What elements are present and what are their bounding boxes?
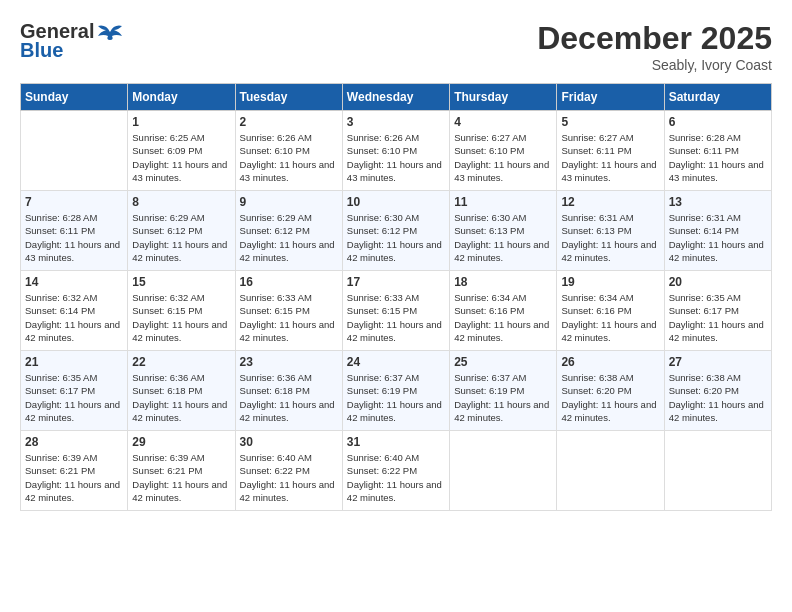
day-number: 2 [240, 115, 338, 129]
day-info: Sunrise: 6:31 AMSunset: 6:13 PMDaylight:… [561, 211, 659, 264]
day-number: 12 [561, 195, 659, 209]
calendar-cell: 25Sunrise: 6:37 AMSunset: 6:19 PMDayligh… [450, 351, 557, 431]
calendar-week-row: 21Sunrise: 6:35 AMSunset: 6:17 PMDayligh… [21, 351, 772, 431]
day-info: Sunrise: 6:26 AMSunset: 6:10 PMDaylight:… [347, 131, 445, 184]
day-number: 14 [25, 275, 123, 289]
day-number: 8 [132, 195, 230, 209]
day-number: 3 [347, 115, 445, 129]
day-info: Sunrise: 6:25 AMSunset: 6:09 PMDaylight:… [132, 131, 230, 184]
day-number: 31 [347, 435, 445, 449]
day-number: 20 [669, 275, 767, 289]
day-info: Sunrise: 6:35 AMSunset: 6:17 PMDaylight:… [25, 371, 123, 424]
day-info: Sunrise: 6:40 AMSunset: 6:22 PMDaylight:… [347, 451, 445, 504]
day-info: Sunrise: 6:31 AMSunset: 6:14 PMDaylight:… [669, 211, 767, 264]
day-number: 1 [132, 115, 230, 129]
day-number: 15 [132, 275, 230, 289]
day-info: Sunrise: 6:32 AMSunset: 6:15 PMDaylight:… [132, 291, 230, 344]
calendar-cell: 14Sunrise: 6:32 AMSunset: 6:14 PMDayligh… [21, 271, 128, 351]
day-info: Sunrise: 6:37 AMSunset: 6:19 PMDaylight:… [347, 371, 445, 424]
weekday-header-monday: Monday [128, 84, 235, 111]
calendar-cell: 5Sunrise: 6:27 AMSunset: 6:11 PMDaylight… [557, 111, 664, 191]
day-number: 11 [454, 195, 552, 209]
calendar-cell: 15Sunrise: 6:32 AMSunset: 6:15 PMDayligh… [128, 271, 235, 351]
weekday-header-row: SundayMondayTuesdayWednesdayThursdayFrid… [21, 84, 772, 111]
day-number: 4 [454, 115, 552, 129]
calendar-cell: 7Sunrise: 6:28 AMSunset: 6:11 PMDaylight… [21, 191, 128, 271]
day-info: Sunrise: 6:28 AMSunset: 6:11 PMDaylight:… [25, 211, 123, 264]
day-info: Sunrise: 6:35 AMSunset: 6:17 PMDaylight:… [669, 291, 767, 344]
day-info: Sunrise: 6:36 AMSunset: 6:18 PMDaylight:… [132, 371, 230, 424]
day-number: 7 [25, 195, 123, 209]
day-number: 23 [240, 355, 338, 369]
day-number: 13 [669, 195, 767, 209]
day-number: 28 [25, 435, 123, 449]
calendar-cell: 11Sunrise: 6:30 AMSunset: 6:13 PMDayligh… [450, 191, 557, 271]
calendar-cell: 28Sunrise: 6:39 AMSunset: 6:21 PMDayligh… [21, 431, 128, 511]
calendar-cell: 22Sunrise: 6:36 AMSunset: 6:18 PMDayligh… [128, 351, 235, 431]
day-info: Sunrise: 6:34 AMSunset: 6:16 PMDaylight:… [454, 291, 552, 344]
calendar-cell [664, 431, 771, 511]
calendar-cell: 3Sunrise: 6:26 AMSunset: 6:10 PMDaylight… [342, 111, 449, 191]
calendar-cell: 31Sunrise: 6:40 AMSunset: 6:22 PMDayligh… [342, 431, 449, 511]
day-number: 9 [240, 195, 338, 209]
logo-text-blue: Blue [20, 39, 63, 62]
calendar-week-row: 1Sunrise: 6:25 AMSunset: 6:09 PMDaylight… [21, 111, 772, 191]
calendar-cell: 24Sunrise: 6:37 AMSunset: 6:19 PMDayligh… [342, 351, 449, 431]
day-info: Sunrise: 6:30 AMSunset: 6:13 PMDaylight:… [454, 211, 552, 264]
day-number: 6 [669, 115, 767, 129]
calendar-cell: 4Sunrise: 6:27 AMSunset: 6:10 PMDaylight… [450, 111, 557, 191]
calendar-cell: 23Sunrise: 6:36 AMSunset: 6:18 PMDayligh… [235, 351, 342, 431]
day-info: Sunrise: 6:29 AMSunset: 6:12 PMDaylight:… [240, 211, 338, 264]
calendar-header: SundayMondayTuesdayWednesdayThursdayFrid… [21, 84, 772, 111]
calendar-cell: 26Sunrise: 6:38 AMSunset: 6:20 PMDayligh… [557, 351, 664, 431]
day-info: Sunrise: 6:26 AMSunset: 6:10 PMDaylight:… [240, 131, 338, 184]
calendar-cell: 29Sunrise: 6:39 AMSunset: 6:21 PMDayligh… [128, 431, 235, 511]
calendar-cell: 18Sunrise: 6:34 AMSunset: 6:16 PMDayligh… [450, 271, 557, 351]
weekday-header-saturday: Saturday [664, 84, 771, 111]
day-number: 22 [132, 355, 230, 369]
month-title: December 2025 [537, 20, 772, 57]
day-info: Sunrise: 6:36 AMSunset: 6:18 PMDaylight:… [240, 371, 338, 424]
day-number: 25 [454, 355, 552, 369]
title-block: December 2025 Seably, Ivory Coast [537, 20, 772, 73]
day-number: 30 [240, 435, 338, 449]
calendar-cell: 17Sunrise: 6:33 AMSunset: 6:15 PMDayligh… [342, 271, 449, 351]
day-number: 24 [347, 355, 445, 369]
logo: General Blue [20, 20, 124, 62]
calendar-cell: 30Sunrise: 6:40 AMSunset: 6:22 PMDayligh… [235, 431, 342, 511]
calendar-cell: 21Sunrise: 6:35 AMSunset: 6:17 PMDayligh… [21, 351, 128, 431]
day-info: Sunrise: 6:28 AMSunset: 6:11 PMDaylight:… [669, 131, 767, 184]
calendar-body: 1Sunrise: 6:25 AMSunset: 6:09 PMDaylight… [21, 111, 772, 511]
calendar-cell: 20Sunrise: 6:35 AMSunset: 6:17 PMDayligh… [664, 271, 771, 351]
calendar-cell: 13Sunrise: 6:31 AMSunset: 6:14 PMDayligh… [664, 191, 771, 271]
calendar-cell: 10Sunrise: 6:30 AMSunset: 6:12 PMDayligh… [342, 191, 449, 271]
day-number: 5 [561, 115, 659, 129]
day-info: Sunrise: 6:39 AMSunset: 6:21 PMDaylight:… [132, 451, 230, 504]
day-info: Sunrise: 6:38 AMSunset: 6:20 PMDaylight:… [561, 371, 659, 424]
day-number: 27 [669, 355, 767, 369]
location-subtitle: Seably, Ivory Coast [537, 57, 772, 73]
calendar-cell: 9Sunrise: 6:29 AMSunset: 6:12 PMDaylight… [235, 191, 342, 271]
weekday-header-thursday: Thursday [450, 84, 557, 111]
day-info: Sunrise: 6:29 AMSunset: 6:12 PMDaylight:… [132, 211, 230, 264]
day-info: Sunrise: 6:38 AMSunset: 6:20 PMDaylight:… [669, 371, 767, 424]
calendar-week-row: 14Sunrise: 6:32 AMSunset: 6:14 PMDayligh… [21, 271, 772, 351]
weekday-header-wednesday: Wednesday [342, 84, 449, 111]
day-info: Sunrise: 6:33 AMSunset: 6:15 PMDaylight:… [347, 291, 445, 344]
day-number: 17 [347, 275, 445, 289]
day-info: Sunrise: 6:40 AMSunset: 6:22 PMDaylight:… [240, 451, 338, 504]
calendar-cell [21, 111, 128, 191]
page-header: General Blue December 2025 Seably, Ivory… [20, 20, 772, 73]
calendar-cell: 12Sunrise: 6:31 AMSunset: 6:13 PMDayligh… [557, 191, 664, 271]
calendar-week-row: 28Sunrise: 6:39 AMSunset: 6:21 PMDayligh… [21, 431, 772, 511]
day-info: Sunrise: 6:27 AMSunset: 6:10 PMDaylight:… [454, 131, 552, 184]
weekday-header-friday: Friday [557, 84, 664, 111]
calendar-cell [557, 431, 664, 511]
calendar-cell: 1Sunrise: 6:25 AMSunset: 6:09 PMDaylight… [128, 111, 235, 191]
day-info: Sunrise: 6:39 AMSunset: 6:21 PMDaylight:… [25, 451, 123, 504]
calendar-cell: 2Sunrise: 6:26 AMSunset: 6:10 PMDaylight… [235, 111, 342, 191]
calendar-cell: 16Sunrise: 6:33 AMSunset: 6:15 PMDayligh… [235, 271, 342, 351]
day-number: 10 [347, 195, 445, 209]
day-number: 29 [132, 435, 230, 449]
day-info: Sunrise: 6:32 AMSunset: 6:14 PMDaylight:… [25, 291, 123, 344]
